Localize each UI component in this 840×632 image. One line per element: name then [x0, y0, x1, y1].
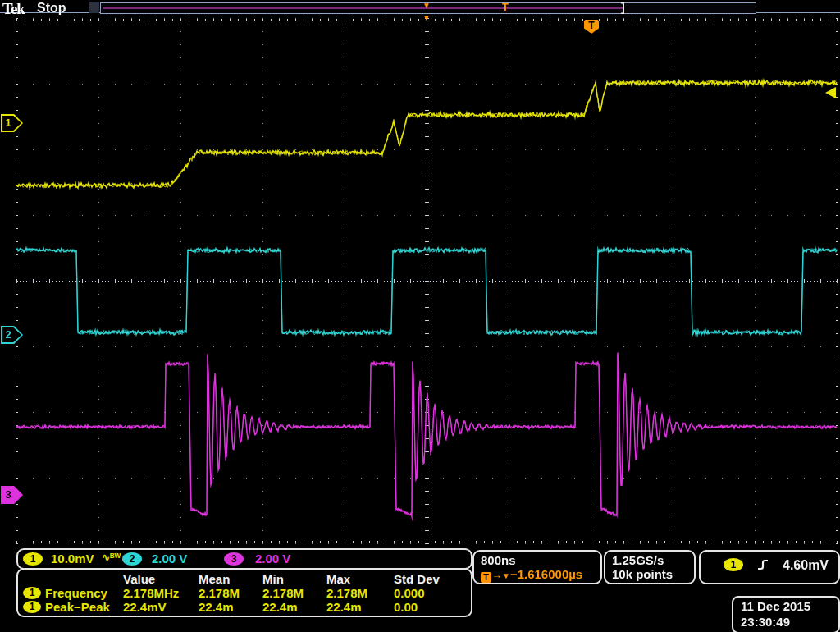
time-text: 23:30:49 [741, 615, 790, 629]
record-length: 10k points [612, 567, 673, 581]
meas-min: 22.4m [262, 600, 298, 614]
col-header-stddev: Std Dev [394, 572, 440, 586]
ch1-marker-label: 1 [2, 117, 14, 129]
rising-edge-slope-icon [756, 558, 769, 571]
delay-arrow-icon: → [491, 569, 502, 581]
expand-point-icon-top: ▼ [422, 2, 431, 10]
trigger-readout: 1 4.60mV [699, 550, 840, 584]
ch1-scale: 10.0mV [51, 552, 94, 566]
ch3-badge: 3 [224, 552, 244, 566]
ch3-scale: 2.00 V [255, 552, 290, 566]
meas-ch-badge: 1 [23, 587, 41, 599]
meas-stddev: 0.00 [394, 600, 418, 614]
ch1-badge: 1 [23, 552, 43, 566]
waveform-display [0, 0, 840, 632]
record-view-end-bracket: ] [621, 1, 625, 14]
trigger-source-badge: 1 [724, 558, 743, 571]
record-trigger-position-icon: T [502, 1, 509, 13]
meas-min: 2.178M [262, 586, 304, 600]
ch2-badge: 2 [122, 552, 142, 566]
ch1-coupling-icon: ∿ᴮᵂ [102, 552, 121, 563]
meas-mean: 22.4m [199, 600, 234, 614]
oscilloscope-screen: Tek Stop ] T ▼ ▼ T 1 2 3 1 10.0mV ∿ᴮᵂ 2 … [0, 0, 840, 632]
datetime-readout: 11 Dec 2015 23:30:49 [732, 596, 840, 632]
meas-name: Frequency [45, 586, 107, 600]
time-per-div: 800ns [481, 553, 516, 567]
timebase-readout: 800ns T→▼−1.616000µs [472, 550, 602, 584]
ch3-marker-label: 3 [2, 488, 14, 501]
acquisition-readout: 1.25GS/s 10k points [604, 550, 696, 584]
ch2-marker-label: 2 [2, 328, 14, 341]
measurement-header-row: Value Mean Min Max Std Dev [18, 572, 471, 586]
measurement-row-frequency: 1 Frequency 2.178MHz 2.178M 2.178M 2.178… [18, 586, 471, 600]
trigger-level-value: 4.60mV [783, 558, 829, 573]
meas-value: 2.178MHz [123, 586, 179, 600]
delay-point-icon: ▼ [502, 571, 510, 580]
ch2-scale: 2.00 V [152, 552, 187, 566]
meas-max: 2.178M [326, 586, 368, 600]
ch1-reference-marker: 1 [1, 114, 23, 132]
ch3-reference-marker: 3 [1, 486, 23, 504]
meas-name: Peak−Peak [45, 600, 110, 614]
channel-scale-readout: 1 10.0mV ∿ᴮᵂ 2 2.00 V 3 2.00 V [16, 548, 472, 570]
col-header-mean: Mean [199, 572, 230, 586]
date-text: 11 Dec 2015 [741, 599, 810, 613]
measurement-row-peak-peak: 1 Peak−Peak 22.4mV 22.4m 22.4m 22.4m 0.0… [18, 600, 471, 614]
ch2-reference-marker: 2 [1, 326, 23, 344]
trigger-level-arrow-icon [825, 87, 836, 98]
col-header-max: Max [326, 572, 350, 586]
trigger-delay-value: −1.616000µs [510, 567, 582, 581]
meas-value: 22.4mV [123, 600, 167, 614]
measurement-table: Value Mean Min Max Std Dev 1 Frequency 2… [16, 568, 472, 617]
meas-mean: 2.178M [199, 586, 240, 600]
expand-point-icon: ▼ [422, 14, 431, 22]
menu-separator [89, 2, 99, 13]
meas-stddev: 0.000 [394, 586, 425, 600]
record-waveform-line [103, 7, 624, 9]
acquisition-status: Stop [37, 1, 66, 16]
col-header-value: Value [123, 572, 155, 586]
meas-max: 22.4m [326, 600, 362, 614]
tek-logo: Tek [2, 0, 25, 18]
meas-ch-badge: 1 [23, 601, 41, 613]
sample-rate: 1.25GS/s [612, 553, 664, 567]
col-header-min: Min [262, 572, 284, 586]
trigger-t-icon: T [481, 572, 491, 583]
